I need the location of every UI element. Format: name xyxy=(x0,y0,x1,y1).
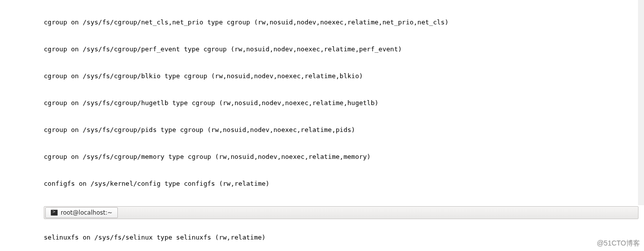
watermark: @51CTO博客 xyxy=(597,239,640,248)
scrollbar[interactable] xyxy=(638,0,644,205)
output-line: cgroup on /sys/fs/cgroup/net_cls,net_pri… xyxy=(44,18,644,27)
output-line: cgroup on /sys/fs/cgroup/perf_event type… xyxy=(44,45,644,54)
output-line: configfs on /sys/kernel/config type conf… xyxy=(44,179,644,188)
taskbar: root@localhost:~ xyxy=(44,206,639,219)
output-line: cgroup on /sys/fs/cgroup/pids type cgrou… xyxy=(44,126,644,134)
taskbar-item-terminal[interactable]: root@localhost:~ xyxy=(45,207,118,218)
taskbar-item-label: root@localhost:~ xyxy=(61,209,112,216)
output-line: cgroup on /sys/fs/cgroup/blkio type cgro… xyxy=(44,72,644,81)
terminal-icon xyxy=(51,210,58,216)
output-line: cgroup on /sys/fs/cgroup/hugetlb type cg… xyxy=(44,99,644,108)
output-line: cgroup on /sys/fs/cgroup/memory type cgr… xyxy=(44,152,644,161)
output-line: selinuxfs on /sys/fs/selinux type selinu… xyxy=(44,233,644,242)
